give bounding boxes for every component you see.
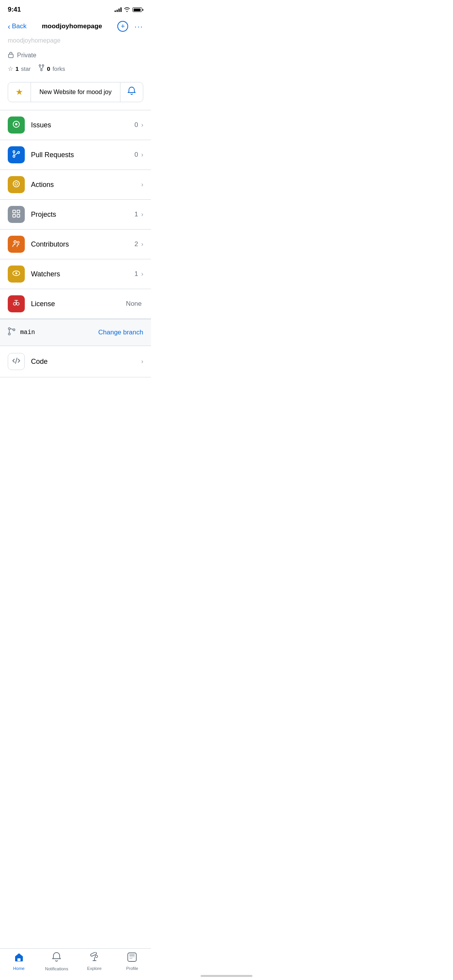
stars-stat: ☆ 1 star (8, 65, 31, 72)
pull-requests-icon-wrap (8, 146, 25, 163)
visibility-row: Private (8, 51, 143, 60)
issues-icon-wrap (8, 117, 25, 134)
back-button[interactable]: ‹ Back (8, 22, 26, 30)
license-icon-wrap (8, 295, 25, 312)
projects-label: Projects (31, 211, 134, 219)
forks-count: 0 (47, 65, 50, 72)
code-icon-wrap (8, 353, 25, 370)
actions-icon-wrap (8, 176, 25, 193)
forks-stat: 0 forks (38, 64, 65, 73)
svg-rect-11 (13, 210, 15, 213)
contributors-count: 2 (134, 240, 138, 248)
svg-point-15 (14, 241, 16, 243)
svg-point-18 (15, 272, 17, 274)
projects-count: 1 (134, 211, 138, 218)
svg-rect-12 (17, 210, 20, 213)
menu-item-watchers[interactable]: Watchers 1 › (0, 259, 151, 289)
status-time: 9:41 (8, 6, 21, 14)
signal-bars-icon (115, 7, 122, 12)
stars-count: 1 (15, 65, 19, 72)
contributors-icon (12, 239, 21, 250)
svg-point-16 (17, 242, 19, 243)
actions-label: Actions (31, 181, 141, 189)
pull-request-icon (12, 149, 21, 160)
visibility-label: Private (17, 52, 36, 59)
projects-icon-wrap (8, 206, 25, 223)
nav-bar: ‹ Back moodjoyhomepage + ··· (0, 17, 151, 37)
contributors-chevron-icon: › (141, 241, 143, 248)
watchers-count: 1 (134, 270, 138, 278)
change-branch-button[interactable]: Change branch (98, 329, 143, 336)
commit-message-button[interactable]: New Website for mood joy (31, 82, 120, 102)
code-chevron-icon: › (141, 358, 143, 365)
code-label: Code (31, 358, 141, 366)
menu-item-code[interactable]: Code › (0, 346, 151, 377)
star-button[interactable]: ★ (8, 82, 31, 102)
repo-info: Private ☆ 1 star 0 forks (0, 48, 151, 79)
nav-actions: + ··· (117, 21, 143, 32)
pull-requests-label: Pull Requests (31, 151, 134, 159)
status-icons (115, 7, 143, 12)
star-filled-icon: ★ (15, 87, 23, 97)
branch-name: main (20, 329, 35, 336)
license-label: License (31, 300, 126, 308)
svg-rect-13 (13, 214, 15, 217)
license-value: None (126, 300, 142, 308)
actions-icon (12, 179, 21, 190)
issues-count: 0 (134, 121, 138, 129)
pull-requests-chevron-icon: › (141, 151, 143, 158)
svg-point-9 (13, 181, 19, 187)
more-button[interactable]: ··· (134, 22, 143, 31)
menu-item-pull-requests[interactable]: Pull Requests 0 › (0, 140, 151, 170)
issues-label: Issues (31, 121, 134, 129)
actions-chevron-icon: › (141, 181, 143, 188)
bell-icon (127, 86, 136, 98)
menu-item-projects[interactable]: Projects 1 › (0, 200, 151, 230)
wifi-icon (124, 7, 130, 12)
projects-chevron-icon: › (141, 211, 143, 218)
svg-rect-0 (9, 54, 13, 58)
menu-item-issues[interactable]: Issues 0 › (0, 110, 151, 140)
menu-item-license[interactable]: License None (0, 289, 151, 319)
menu-item-contributors[interactable]: Contributors 2 › (0, 230, 151, 259)
issues-icon (12, 120, 21, 130)
nav-title: moodjoyhomepage (42, 22, 102, 30)
battery-icon (132, 7, 143, 12)
watchers-label: Watchers (31, 270, 134, 278)
branch-info: main (8, 327, 35, 338)
back-label: Back (12, 22, 27, 30)
star-label: star (21, 65, 31, 72)
ellipsis-icon: ··· (134, 22, 143, 31)
license-icon (12, 298, 21, 309)
issues-chevron-icon: › (141, 122, 143, 128)
projects-icon (12, 209, 21, 220)
svg-point-5 (15, 123, 17, 125)
lock-icon (8, 51, 14, 60)
action-bar: ★ New Website for mood joy (8, 82, 143, 102)
contributors-icon-wrap (8, 236, 25, 253)
contributors-label: Contributors (31, 240, 134, 248)
watchers-chevron-icon: › (141, 271, 143, 278)
star-outline-icon: ☆ (8, 65, 13, 72)
code-icon (12, 356, 21, 367)
plus-icon: + (121, 22, 125, 31)
svg-rect-14 (17, 214, 20, 217)
branch-section: main Change branch (0, 319, 151, 346)
commit-message-label: New Website for mood joy (39, 89, 112, 96)
chevron-left-icon: ‹ (8, 22, 10, 30)
status-bar: 9:41 (0, 0, 151, 17)
stats-row: ☆ 1 star 0 forks (8, 64, 143, 73)
add-button[interactable]: + (117, 21, 128, 32)
svg-point-10 (15, 183, 18, 185)
forks-label: forks (53, 65, 65, 72)
branch-icon (8, 327, 15, 338)
svg-point-3 (41, 69, 42, 71)
svg-point-19 (14, 303, 16, 305)
svg-point-20 (17, 303, 19, 305)
menu-item-actions[interactable]: Actions › (0, 170, 151, 200)
fork-icon (38, 64, 45, 73)
menu-list: Issues 0 › Pull Requests 0 (0, 110, 151, 319)
watchers-icon-wrap (8, 266, 25, 283)
notification-button[interactable] (120, 82, 143, 102)
pull-requests-count: 0 (134, 151, 138, 159)
